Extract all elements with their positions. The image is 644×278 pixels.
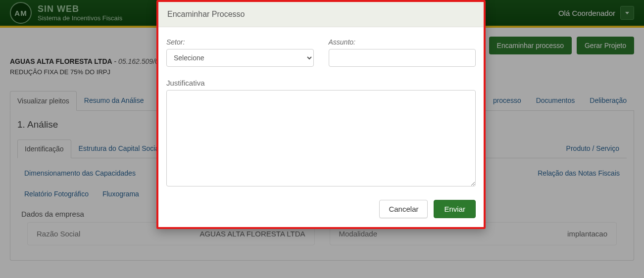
justificativa-label: Justificativa (166, 79, 476, 87)
assunto-input[interactable] (329, 49, 476, 67)
modal-title: Encaminhar Processo (158, 2, 484, 27)
setor-label: Setor: (166, 38, 314, 46)
cancel-button[interactable]: Cancelar (379, 200, 428, 218)
justificativa-textarea[interactable] (166, 90, 476, 186)
assunto-label: Assunto: (329, 38, 476, 46)
encaminhar-processo-modal: Encaminhar Processo Setor: Selecione Ass… (156, 0, 486, 229)
submit-button[interactable]: Enviar (434, 200, 476, 218)
setor-select[interactable]: Selecione (166, 49, 314, 67)
